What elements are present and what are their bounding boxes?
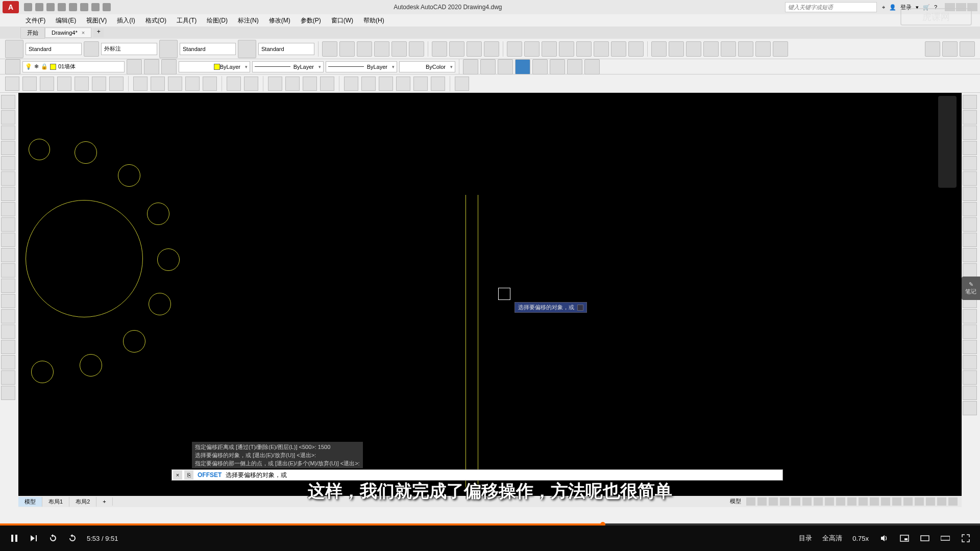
table-icon[interactable]	[1, 355, 15, 369]
next-button[interactable]	[29, 533, 39, 543]
line-icon[interactable]	[1, 95, 15, 109]
layout-2[interactable]: 布局2	[69, 497, 96, 507]
tpalette-icon[interactable]	[379, 77, 393, 91]
group-icon-1[interactable]	[463, 59, 478, 74]
help-icon-2[interactable]	[455, 77, 469, 91]
mtext-icon[interactable]	[1, 370, 15, 385]
cmd-close-icon[interactable]: ×	[173, 470, 182, 480]
rectangle-icon[interactable]	[1, 156, 15, 170]
navigation-bar[interactable]	[938, 96, 957, 188]
dim-linear-icon[interactable]	[507, 41, 522, 57]
dim-break-icon[interactable]	[703, 41, 719, 57]
pause-button[interactable]	[9, 533, 19, 543]
text-style-dropdown[interactable]: Standard	[26, 43, 82, 55]
save-icon[interactable]	[46, 3, 55, 11]
polygon-icon[interactable]	[1, 141, 15, 155]
zoom-rt-icon[interactable]	[285, 77, 300, 91]
layer-state-icon[interactable]	[161, 59, 177, 74]
array-icon[interactable]	[963, 156, 977, 170]
menu-dimension[interactable]: 标注(N)	[238, 16, 259, 25]
break-icon[interactable]	[963, 263, 977, 278]
dim-ordinate-icon[interactable]	[559, 41, 574, 57]
dim-tolerance-icon[interactable]	[721, 41, 736, 57]
open-icon[interactable]	[35, 3, 43, 11]
plotstyle-dropdown[interactable]: ByColor	[399, 61, 455, 72]
menu-tools[interactable]: 工具(T)	[177, 16, 197, 25]
cmd-recent-icon[interactable]: ⎘	[184, 470, 193, 480]
status-iso-icon[interactable]	[915, 497, 924, 506]
group-icon-7[interactable]	[567, 59, 582, 74]
table-style-icon[interactable]	[159, 40, 178, 58]
move-icon[interactable]	[963, 171, 977, 186]
copy-icon[interactable]	[151, 77, 165, 91]
dim-continue-icon[interactable]	[651, 41, 667, 57]
status-annoscale-icon[interactable]	[859, 497, 868, 506]
toc-button[interactable]: 目录	[799, 534, 812, 543]
point-icon[interactable]	[1, 294, 15, 308]
tab-start[interactable]: 开始	[20, 27, 45, 39]
zoom-prev-icon[interactable]	[320, 77, 334, 91]
offset-icon[interactable]	[963, 141, 977, 155]
notes-button[interactable]: ✎ 笔记	[962, 277, 980, 300]
status-ws-icon[interactable]	[870, 497, 879, 506]
dim-radius-icon[interactable]	[576, 41, 592, 57]
markup-icon[interactable]	[413, 77, 428, 91]
layer-match-icon[interactable]	[127, 59, 142, 74]
infocenter-icon[interactable]: ⌖	[882, 4, 885, 11]
lengthen-icon[interactable]	[963, 370, 977, 385]
menu-format[interactable]: 格式(O)	[145, 16, 166, 25]
fullscreen-icon[interactable]	[961, 533, 971, 543]
tab-drawing4[interactable]: Drawing4* ×	[45, 28, 91, 38]
new-icon[interactable]	[24, 3, 32, 11]
dim-arc-icon[interactable]	[542, 41, 557, 57]
speed-button[interactable]: 0.75x	[852, 535, 869, 542]
status-polar-icon[interactable]	[780, 497, 789, 506]
dim-baseline-icon[interactable]	[669, 41, 684, 57]
dim-style-icon[interactable]	[84, 41, 99, 57]
status-annomonitor-icon[interactable]	[881, 497, 890, 506]
menu-insert[interactable]: 插入(I)	[117, 16, 135, 25]
menu-view[interactable]: 视图(V)	[86, 16, 107, 25]
status-snap-icon[interactable]	[757, 497, 767, 506]
lock-icon-3[interactable]	[467, 41, 482, 57]
plot-icon[interactable]	[80, 3, 88, 11]
undo-icon-2[interactable]	[227, 77, 241, 91]
xline-icon[interactable]	[1, 110, 15, 124]
extend-icon[interactable]	[963, 248, 977, 262]
pline-icon[interactable]	[1, 126, 15, 140]
hatch-icon[interactable]	[1, 309, 15, 323]
gradient-icon[interactable]	[1, 324, 15, 339]
matchprop-icon[interactable]	[185, 77, 200, 91]
lock-icon-1[interactable]	[432, 41, 447, 57]
menu-edit[interactable]: 编辑(E)	[56, 16, 76, 25]
trim-icon[interactable]	[963, 233, 977, 247]
lock-icon-2[interactable]	[449, 41, 464, 57]
group-icon-2[interactable]	[480, 59, 496, 74]
ssm-icon[interactable]	[396, 77, 410, 91]
menu-modify[interactable]: 修改(M)	[269, 16, 290, 25]
cut-icon[interactable]	[133, 77, 148, 91]
layer-icon-5[interactable]	[391, 41, 407, 57]
dim-inspect-icon[interactable]	[755, 41, 771, 57]
layer-icon-6[interactable]	[409, 41, 424, 57]
measure-icon[interactable]	[925, 41, 940, 57]
dim-aligned-icon[interactable]	[524, 41, 540, 57]
drawing-canvas[interactable]: 选择要偏移的对象，或 指定偏移距离或 [通过(T)/删除(E)/图层(L)] <…	[18, 93, 962, 507]
layer-dropdown[interactable]: 💡 ❄ 🔒 01墙体	[22, 61, 125, 72]
status-custom-icon[interactable]	[948, 497, 958, 506]
refresh-icon[interactable]	[960, 41, 975, 57]
layer-props-icon[interactable]	[5, 59, 20, 74]
theater-icon[interactable]	[920, 533, 930, 543]
group-icon-3[interactable]	[498, 59, 513, 74]
text-style-icon[interactable]	[5, 40, 23, 58]
rewind-button[interactable]	[48, 533, 58, 543]
widescreen-icon[interactable]	[940, 533, 950, 543]
dyn-dropdown-icon[interactable]	[577, 305, 583, 311]
pan-icon[interactable]	[268, 77, 282, 91]
layer-icon-1[interactable]	[322, 41, 337, 57]
app-logo[interactable]: A	[3, 1, 19, 13]
dim-space-icon[interactable]	[686, 41, 701, 57]
preview-icon[interactable]	[75, 77, 89, 91]
undo-icon[interactable]	[91, 3, 100, 11]
dim-angular-icon[interactable]	[611, 41, 626, 57]
